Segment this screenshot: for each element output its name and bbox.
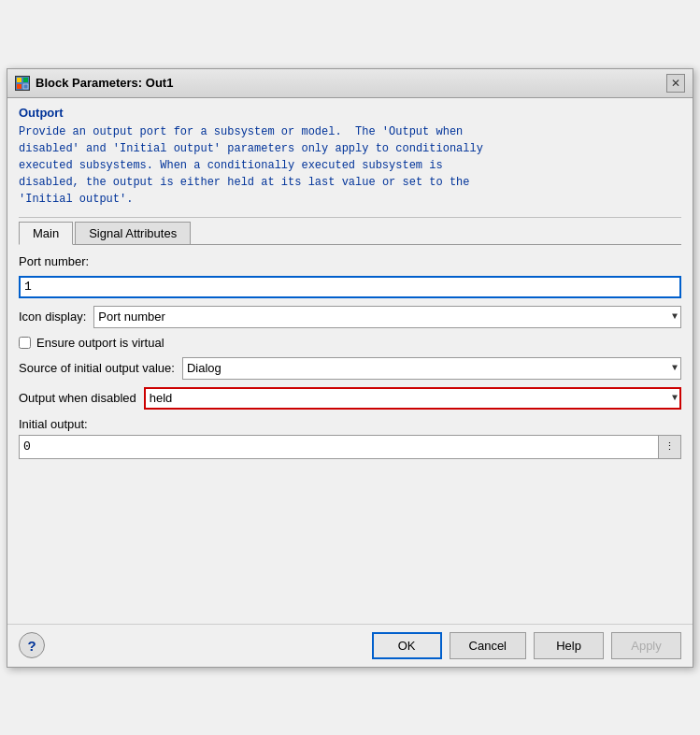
- title-bar: Block Parameters: Out1 ✕: [7, 69, 693, 98]
- output-disabled-select[interactable]: held reset: [144, 387, 681, 410]
- section-title: Outport: [19, 106, 681, 120]
- source-select[interactable]: Dialog Input signal: [182, 357, 681, 380]
- close-button[interactable]: ✕: [666, 74, 685, 93]
- footer-right: OK Cancel Help Apply: [372, 632, 681, 659]
- tab-main[interactable]: Main: [19, 222, 73, 245]
- svg-rect-3: [17, 84, 21, 89]
- svg-rect-1: [17, 78, 21, 82]
- or-text: or: [382, 176, 395, 189]
- svg-rect-4: [23, 84, 28, 89]
- ensure-virtual-label: Ensure outport is virtual: [36, 336, 164, 350]
- output-disabled-label: Output when disabled: [19, 391, 136, 405]
- icon-display-select[interactable]: Port number Signal name Port number and …: [93, 306, 681, 328]
- help-button[interactable]: Help: [534, 632, 604, 659]
- help-circle-button[interactable]: ?: [19, 632, 45, 658]
- tab-signal-attributes[interactable]: Signal Attributes: [75, 222, 191, 244]
- ensure-virtual-checkbox[interactable]: [19, 337, 31, 349]
- dialog-body: Outport Provide an output port for a sub…: [7, 98, 693, 624]
- initial-output-label: Initial output:: [19, 417, 681, 431]
- dialog-title: Block Parameters: Out1: [36, 76, 173, 90]
- ok-button[interactable]: OK: [372, 632, 442, 659]
- source-row: Source of initial output value: Dialog I…: [19, 357, 681, 380]
- tabs-container: Main Signal Attributes: [19, 222, 681, 245]
- dialog-icon: [15, 76, 30, 91]
- port-number-input-row: [19, 276, 681, 298]
- and-text: and: [86, 142, 107, 155]
- dialog-footer: ? OK Cancel Help Apply: [7, 624, 693, 667]
- title-bar-left: Block Parameters: Out1: [15, 76, 173, 91]
- cancel-button[interactable]: Cancel: [450, 632, 526, 659]
- port-number-row: Port number:: [19, 254, 681, 268]
- icon-display-label: Icon display:: [19, 310, 86, 324]
- source-label: Source of initial output value:: [19, 361, 175, 375]
- initial-output-input-wrapper: ⋮: [19, 435, 681, 459]
- output-disabled-row: Output when disabled held reset ▼: [19, 387, 681, 410]
- initial-output-area: Initial output: ⋮: [19, 417, 681, 459]
- output-disabled-select-wrapper: held reset ▼: [144, 387, 681, 410]
- empty-content-area: [19, 467, 681, 616]
- port-number-input[interactable]: [19, 276, 681, 298]
- initial-output-expand-button[interactable]: ⋮: [659, 435, 681, 459]
- description-text: Provide an output port for a subsystem o…: [19, 123, 681, 208]
- port-number-label: Port number:: [19, 254, 89, 268]
- svg-rect-2: [23, 78, 28, 82]
- separator-1: [19, 217, 681, 218]
- apply-button[interactable]: Apply: [611, 632, 681, 659]
- ensure-virtual-row: Ensure outport is virtual: [19, 336, 681, 350]
- icon-display-row: Icon display: Port number Signal name Po…: [19, 306, 681, 328]
- icon-display-select-wrapper: Port number Signal name Port number and …: [93, 306, 681, 328]
- footer-left: ?: [19, 632, 45, 658]
- initial-output-input[interactable]: [19, 435, 659, 459]
- block-parameters-dialog: Block Parameters: Out1 ✕ Outport Provide…: [7, 68, 693, 668]
- source-select-wrapper: Dialog Input signal ▼: [182, 357, 681, 380]
